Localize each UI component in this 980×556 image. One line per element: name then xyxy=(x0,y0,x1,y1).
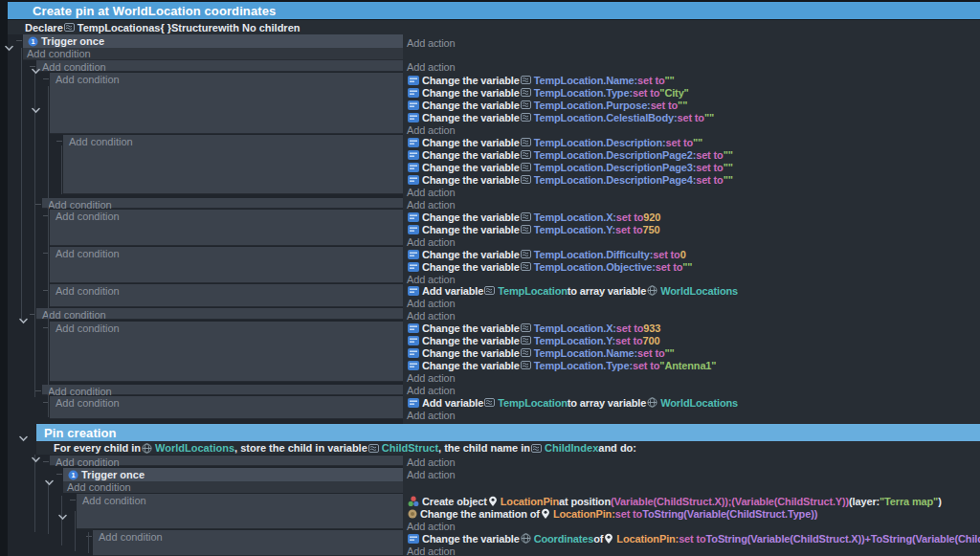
condition-panel[interactable]: Add condition xyxy=(50,210,403,246)
condition-panel[interactable]: Add condition xyxy=(50,284,403,307)
add-condition-link[interactable]: Add condition xyxy=(63,481,403,493)
foreach-event[interactable]: For every child in WorldLocations , stor… xyxy=(36,441,980,455)
action-row[interactable]: Change the variable TempLocation.Descrip… xyxy=(407,148,733,161)
condition-panel[interactable]: 1Trigger onceAdd condition xyxy=(23,34,403,60)
collapse-chevron-icon[interactable] xyxy=(19,311,28,318)
action-row[interactable]: Change the variable TempLocation.Name: s… xyxy=(407,74,675,86)
add-action-link[interactable]: Add action xyxy=(407,60,455,73)
add-condition-link[interactable]: Add condition xyxy=(36,308,403,321)
condition-panel[interactable]: Add condition xyxy=(77,494,403,529)
add-action-link[interactable]: Add action xyxy=(407,409,455,421)
variable-action-icon xyxy=(408,163,419,172)
add-action-link[interactable]: Add action xyxy=(407,235,455,248)
group-header-pin-creation[interactable]: Pin creation xyxy=(36,424,980,441)
add-action-link[interactable]: Add action xyxy=(407,384,455,396)
add-condition-link[interactable]: Add condition xyxy=(93,530,403,543)
add-action-link[interactable]: Add action xyxy=(407,456,455,468)
add-condition-link[interactable]: Add condition xyxy=(50,456,403,468)
condition-panel[interactable]: Add condition xyxy=(50,247,403,283)
action-row[interactable]: Change the variable Coordinates of Locat… xyxy=(407,532,980,545)
text-segment: set to xyxy=(677,112,703,123)
text-segment: TempLocation.X: xyxy=(534,211,616,223)
condition-panel[interactable]: 1Trigger onceAdd condition xyxy=(63,468,403,493)
add-action-link[interactable]: Add action xyxy=(407,468,455,480)
add-action-link[interactable]: Add action xyxy=(407,123,455,136)
add-action-link[interactable]: Add action xyxy=(407,309,455,322)
add-action-link[interactable]: Add action xyxy=(407,545,455,556)
condition-panel[interactable]: Add condition xyxy=(93,530,403,556)
condition-panel[interactable]: Add condition xyxy=(42,198,403,209)
add-condition-link[interactable]: Add condition xyxy=(50,284,403,297)
action-row[interactable]: Change the variable TempLocation.Difficu… xyxy=(407,248,686,260)
action-row[interactable]: Change the variable TempLocation.Purpose… xyxy=(407,99,687,111)
trigger-once-condition[interactable]: 1Trigger once xyxy=(23,34,403,48)
declare-variable-event[interactable]: Declare TempLocation as { }Structure wit… xyxy=(8,20,980,34)
collapse-chevron-icon[interactable] xyxy=(32,450,40,456)
action-row[interactable]: Change the variable TempLocation.Descrip… xyxy=(407,136,702,148)
text-segment: WorldLocations xyxy=(660,397,738,409)
add-condition-link[interactable]: Add condition xyxy=(50,73,403,85)
tree-guide-line xyxy=(21,48,22,321)
add-condition-link[interactable]: Add condition xyxy=(50,322,403,334)
add-condition-link[interactable]: Add condition xyxy=(50,396,403,409)
trigger-once-condition[interactable]: 1Trigger once xyxy=(63,468,403,481)
action-row[interactable]: Change the variable TempLocation.Descrip… xyxy=(407,173,733,186)
condition-panel[interactable]: Add condition xyxy=(36,60,403,72)
collapse-chevron-icon[interactable] xyxy=(32,61,40,68)
variable-action-icon xyxy=(408,88,419,98)
text-segment: 920 xyxy=(643,211,660,223)
group-header-create-pin[interactable]: Create pin at WorldLocation coordinates xyxy=(8,2,980,19)
add-action-link[interactable]: Add action xyxy=(407,198,455,211)
collapse-chevron-icon[interactable] xyxy=(19,429,28,435)
add-condition-link[interactable]: Add condition xyxy=(36,60,403,73)
add-condition-link[interactable]: Add condition xyxy=(50,247,403,259)
action-row[interactable]: Change the variable TempLocation.Objecti… xyxy=(407,260,692,273)
collapse-chevron-icon[interactable] xyxy=(45,473,54,479)
action-row[interactable]: Change the variable TempLocation.Type: s… xyxy=(407,359,716,371)
add-action-link[interactable]: Add action xyxy=(407,371,455,384)
condition-panel[interactable]: Add condition xyxy=(42,385,403,395)
action-row[interactable]: Change the variable TempLocation.Descrip… xyxy=(407,161,733,173)
add-condition-link[interactable]: Add condition xyxy=(23,48,403,59)
text-segment: TempLocation.Purpose: xyxy=(534,100,651,111)
text-segment: WorldLocations xyxy=(660,285,738,297)
collapse-chevron-icon[interactable] xyxy=(5,38,13,45)
add-condition-link[interactable]: Add condition xyxy=(63,135,403,147)
action-row[interactable]: Change the variable TempLocation.Celesti… xyxy=(407,111,714,123)
text-segment: Change the variable xyxy=(422,174,520,186)
collapse-chevron-icon[interactable] xyxy=(58,507,67,514)
condition-panel[interactable]: Add condition xyxy=(63,135,403,194)
text-segment: TempLocation xyxy=(498,397,568,409)
add-action-link[interactable]: Add action xyxy=(407,520,455,532)
collapse-chevron-icon[interactable] xyxy=(32,100,40,107)
condition-panel[interactable]: Add condition xyxy=(50,396,403,419)
action-row[interactable]: Change the variable TempLocation.X: set … xyxy=(407,322,660,334)
action-row[interactable]: Add variable TempLocation to array varia… xyxy=(407,284,738,297)
text-segment: "" xyxy=(724,174,733,186)
condition-panel[interactable]: Add condition xyxy=(50,322,403,382)
action-row[interactable]: Change the variable TempLocation.Y: set … xyxy=(407,223,659,235)
add-action-link[interactable]: Add action xyxy=(407,36,455,49)
action-row[interactable]: Change the variable TempLocation.Name: s… xyxy=(407,346,675,359)
add-condition-link[interactable]: Add condition xyxy=(77,494,403,506)
action-row[interactable]: Add variable TempLocation to array varia… xyxy=(407,396,738,409)
action-row[interactable]: Change the variable TempLocation.Y: set … xyxy=(407,334,659,346)
add-condition-link[interactable]: Add condition xyxy=(50,210,403,222)
action-row[interactable]: Change the variable TempLocation.X: set … xyxy=(407,211,660,223)
text-segment: Change the variable xyxy=(422,137,520,148)
add-action-link[interactable]: Add action xyxy=(407,297,455,309)
text-segment: ToString(Variable(ChildStruct.Type)) xyxy=(642,508,817,520)
condition-panel[interactable]: Add condition xyxy=(50,73,403,134)
add-action-link[interactable]: Add action xyxy=(407,186,455,198)
text-segment: Change the variable xyxy=(422,211,520,223)
text-segment: "" xyxy=(664,75,674,86)
text-segment: (layer: xyxy=(849,496,880,507)
text-segment: set to xyxy=(633,87,659,99)
condition-panel[interactable]: Add condition xyxy=(36,308,403,320)
action-row[interactable]: Create object LocationPin at position (V… xyxy=(407,495,942,507)
action-row[interactable]: Change the variable TempLocation.Type: s… xyxy=(407,86,689,99)
text-segment: TempLocation.CelestialBody: xyxy=(534,112,678,123)
text-segment: 750 xyxy=(642,224,659,235)
condition-panel[interactable]: Add condition xyxy=(50,456,403,466)
action-row[interactable]: Change the animation of LocationPin: set… xyxy=(407,507,817,520)
